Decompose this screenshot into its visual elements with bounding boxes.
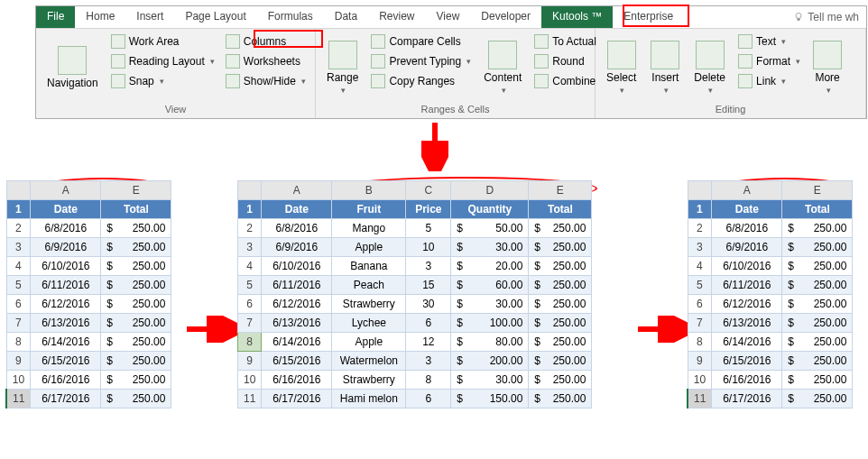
cell-date[interactable]: 6/11/2016 (712, 276, 782, 295)
prevent-typing-button[interactable]: Prevent Typing▾ (367, 52, 475, 70)
row-header[interactable]: 6 (6, 295, 31, 314)
cell-price[interactable]: 15 (406, 276, 451, 295)
cell-date[interactable]: 6/9/2016 (712, 238, 782, 257)
row-header[interactable]: 4 (688, 257, 712, 276)
columns-button[interactable]: Columns (222, 32, 309, 50)
cell-qty[interactable]: $30.00 (451, 238, 529, 257)
cell-total[interactable]: $250.00 (529, 238, 592, 257)
cell-fruit[interactable]: Strawberry (332, 295, 406, 314)
navigation-button[interactable]: Navigation (42, 32, 104, 102)
cell-date[interactable]: 6/9/2016 (262, 238, 332, 257)
row-header[interactable]: 11 (688, 390, 712, 409)
range-button[interactable]: Range▾ (321, 32, 364, 102)
copy-ranges-button[interactable]: Copy Ranges (367, 72, 475, 90)
cell-date[interactable]: 6/10/2016 (712, 257, 782, 276)
cell-date[interactable]: 6/8/2016 (262, 219, 332, 238)
row-header[interactable]: 1 (6, 200, 31, 219)
cell-fruit[interactable]: Hami melon (332, 390, 406, 409)
row-header[interactable]: 2 (238, 219, 262, 238)
row-header[interactable]: 3 (6, 238, 31, 257)
tab-view[interactable]: View (426, 6, 471, 28)
col-header-d[interactable]: D (451, 181, 529, 200)
cell-date[interactable]: 6/15/2016 (262, 352, 332, 371)
work-area-button[interactable]: Work Area (107, 32, 218, 50)
row-header[interactable]: 9 (6, 352, 31, 371)
cell-total[interactable]: $250.00 (782, 219, 853, 238)
row-header[interactable]: 6 (238, 295, 262, 314)
cell-total[interactable]: $250.00 (782, 333, 853, 352)
cell-qty[interactable]: $30.00 (451, 295, 529, 314)
snap-button[interactable]: Snap▾ (107, 72, 218, 90)
cell-fruit[interactable]: Strawberry (332, 371, 406, 390)
cell-total[interactable]: $250.00 (101, 352, 171, 371)
text-button[interactable]: Text▾ (734, 32, 804, 50)
col-header-a[interactable]: A (31, 181, 101, 200)
link-button[interactable]: Link▾ (734, 72, 804, 90)
cell-date[interactable]: 6/11/2016 (31, 276, 101, 295)
cell-date[interactable]: 6/13/2016 (31, 314, 101, 333)
row-header[interactable]: 2 (6, 219, 31, 238)
cell-qty[interactable]: $100.00 (451, 314, 529, 333)
row-header[interactable]: 1 (688, 200, 712, 219)
cell-fruit[interactable]: Mango (332, 219, 406, 238)
cell-date[interactable]: 6/15/2016 (712, 352, 782, 371)
row-header[interactable]: 3 (688, 238, 712, 257)
tab-home[interactable]: Home (75, 6, 125, 28)
cell-price[interactable]: 12 (406, 333, 451, 352)
col-header-e[interactable]: E (529, 181, 592, 200)
cell-fruit[interactable]: Apple (332, 238, 406, 257)
cell-total[interactable]: $250.00 (782, 257, 853, 276)
cell-total[interactable]: $250.00 (529, 371, 592, 390)
row-header[interactable]: 2 (688, 219, 712, 238)
row-header[interactable]: 5 (6, 276, 31, 295)
cell-total[interactable]: $250.00 (529, 295, 592, 314)
tab-enterprise[interactable]: Enterprise (613, 6, 684, 28)
cell-total[interactable]: $250.00 (529, 390, 592, 409)
cell-fruit[interactable]: Peach (332, 276, 406, 295)
cell-date[interactable]: 6/13/2016 (262, 314, 332, 333)
cell-total[interactable]: $250.00 (529, 352, 592, 371)
cell-price[interactable]: 6 (406, 314, 451, 333)
row-header[interactable]: 9 (688, 352, 712, 371)
row-header[interactable]: 4 (6, 257, 31, 276)
row-header[interactable]: 3 (238, 238, 262, 257)
tell-me[interactable]: Tell me wh (786, 6, 866, 28)
cell-date[interactable]: 6/10/2016 (31, 257, 101, 276)
col-header-e[interactable]: E (101, 181, 171, 200)
row-header[interactable]: 8 (6, 333, 31, 352)
cell-total[interactable]: $250.00 (529, 314, 592, 333)
cell-price[interactable]: 8 (406, 371, 451, 390)
cell-date[interactable]: 6/17/2016 (712, 390, 782, 409)
cell-date[interactable]: 6/14/2016 (262, 333, 332, 352)
cell-total[interactable]: $250.00 (101, 390, 171, 409)
insert-button[interactable]: Insert▾ (645, 32, 685, 102)
cell-total[interactable]: $250.00 (101, 257, 171, 276)
cell-date[interactable]: 6/14/2016 (712, 333, 782, 352)
select-button[interactable]: Select▾ (601, 32, 642, 102)
cell-date[interactable]: 6/13/2016 (712, 314, 782, 333)
tab-review[interactable]: Review (368, 6, 425, 28)
cell-date[interactable]: 6/17/2016 (262, 390, 332, 409)
row-header[interactable]: 9 (238, 352, 262, 371)
row-header[interactable]: 6 (688, 295, 712, 314)
cell-price[interactable]: 30 (406, 295, 451, 314)
compare-cells-button[interactable]: Compare Cells (367, 32, 475, 50)
col-header-e[interactable]: E (782, 181, 853, 200)
cell-qty[interactable]: $20.00 (451, 257, 529, 276)
row-header[interactable]: 11 (238, 390, 262, 409)
cell-date[interactable]: 6/16/2016 (31, 371, 101, 390)
cell-total[interactable]: $250.00 (529, 257, 592, 276)
row-header[interactable]: 7 (238, 314, 262, 333)
select-all[interactable] (6, 181, 31, 200)
cell-total[interactable]: $250.00 (101, 371, 171, 390)
tab-kutools[interactable]: Kutools ™ (541, 6, 613, 28)
cell-total[interactable]: $250.00 (101, 238, 171, 257)
combine-button[interactable]: Combine (531, 72, 600, 90)
cell-total[interactable]: $250.00 (529, 276, 592, 295)
row-header[interactable]: 5 (688, 276, 712, 295)
delete-button[interactable]: Delete▾ (688, 32, 731, 102)
cell-date[interactable]: 6/15/2016 (31, 352, 101, 371)
cell-total[interactable]: $250.00 (529, 219, 592, 238)
more-button[interactable]: More▾ (808, 32, 847, 102)
cell-date[interactable]: 6/14/2016 (31, 333, 101, 352)
